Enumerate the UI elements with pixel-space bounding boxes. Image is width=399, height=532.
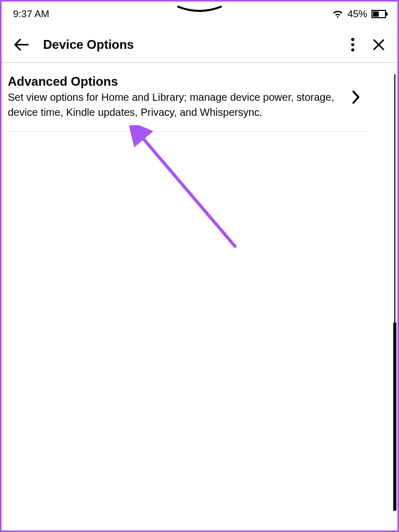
settings-item-text: Advanced Options Set view options for Ho…	[8, 74, 344, 120]
header-bar: Device Options	[2, 26, 397, 63]
settings-item-advanced-options[interactable]: Advanced Options Set view options for Ho…	[8, 63, 368, 132]
status-right: 45%	[332, 8, 388, 20]
svg-rect-2	[373, 11, 379, 17]
more-vertical-icon	[351, 37, 355, 52]
close-icon	[373, 38, 385, 51]
overflow-menu-button[interactable]	[351, 37, 355, 52]
chevron-right-icon	[352, 90, 360, 104]
close-button[interactable]	[373, 38, 385, 51]
scrollbar-thumb[interactable]	[393, 323, 396, 511]
back-button[interactable]	[14, 38, 29, 51]
settings-item-description: Set view options for Home and Library; m…	[8, 90, 344, 120]
header-actions	[351, 37, 385, 52]
status-time: 9:37 AM	[13, 8, 49, 20]
svg-point-3	[351, 38, 354, 41]
battery-icon	[371, 9, 388, 19]
settings-item-title: Advanced Options	[8, 74, 344, 89]
svg-point-4	[351, 43, 354, 46]
back-arrow-icon	[14, 38, 29, 51]
svg-rect-1	[386, 12, 388, 16]
content-area: Advanced Options Set view options for Ho…	[2, 63, 397, 530]
wifi-icon	[332, 9, 343, 19]
status-bar: 9:37 AM 45%	[2, 2, 397, 26]
notch-indicator	[176, 6, 223, 14]
svg-point-5	[351, 48, 354, 51]
battery-percent: 45%	[348, 8, 367, 20]
page-title: Device Options	[43, 37, 336, 52]
